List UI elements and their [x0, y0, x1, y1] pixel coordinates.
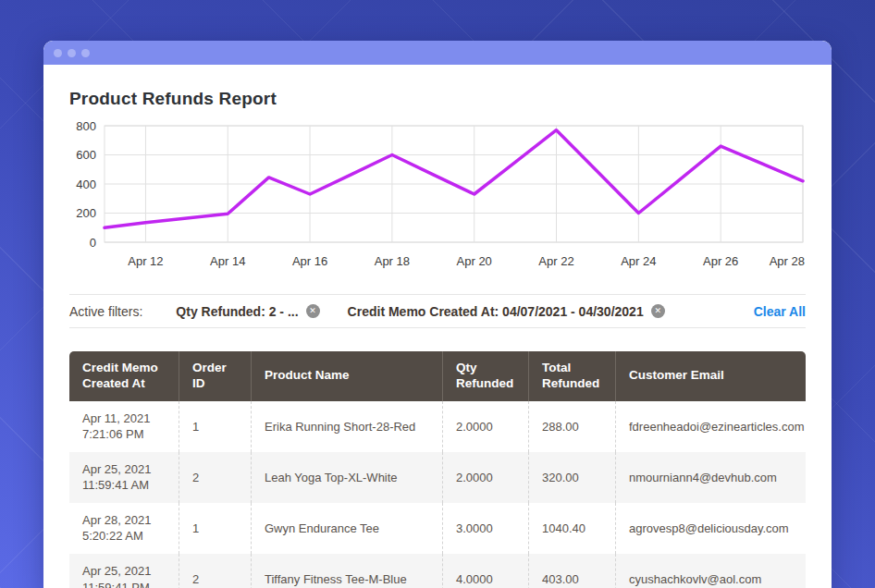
- svg-text:Apr 16: Apr 16: [292, 254, 327, 268]
- filter-chip-label: Qty Refunded: 2 - ...: [176, 304, 298, 319]
- cell-qty-refunded: 2.0000: [442, 401, 528, 452]
- cell-order-id: 1: [179, 503, 251, 554]
- svg-text:600: 600: [76, 148, 96, 162]
- cell-product-name: Leah Yoga Top-XL-White: [251, 452, 442, 503]
- cell-total-refunded: 320.00: [528, 452, 615, 503]
- page-title: Product Refunds Report: [69, 89, 806, 109]
- filter-chip-qty-refunded: Qty Refunded: 2 - ... ✕: [176, 304, 319, 319]
- svg-text:Apr 12: Apr 12: [128, 254, 163, 268]
- column-header-order-id[interactable]: Order ID: [179, 351, 251, 401]
- report-content: Product Refunds Report 0200400600800Apr …: [43, 89, 832, 588]
- svg-text:800: 800: [76, 119, 96, 133]
- cell-order-id: 2: [179, 452, 251, 503]
- cell-order-id: 1: [179, 401, 251, 452]
- active-filters-bar: Active filters: Qty Refunded: 2 - ... ✕ …: [69, 294, 806, 328]
- window-control-dot[interactable]: [81, 49, 90, 57]
- cell-customer-email: fdreenheadoi@ezinearticles.com: [615, 401, 806, 452]
- cell-created-at: Apr 11, 20217:21:06 PM: [69, 401, 179, 452]
- table-row: Apr 11, 20217:21:06 PM 1 Erika Running S…: [69, 401, 806, 452]
- cell-total-refunded: 403.00: [528, 554, 615, 588]
- cell-product-name: Tiffany Fitness Tee-M-Blue: [251, 554, 442, 588]
- remove-filter-icon[interactable]: ✕: [651, 304, 665, 318]
- column-header-credit-memo-created-at[interactable]: Credit Memo Created At: [69, 351, 179, 401]
- table-row: Apr 25, 202111:59:41 AM 2 Leah Yoga Top-…: [69, 452, 806, 503]
- filter-chip-credit-memo-date: Credit Memo Created At: 04/07/2021 - 04/…: [348, 304, 665, 319]
- cell-created-at: Apr 28, 20215:20:22 AM: [69, 503, 179, 554]
- svg-text:Apr 14: Apr 14: [210, 254, 245, 268]
- active-filters-label: Active filters:: [69, 304, 142, 319]
- clear-all-filters-button[interactable]: Clear All: [754, 304, 806, 319]
- svg-text:Apr 18: Apr 18: [375, 254, 410, 268]
- filter-chip-label: Credit Memo Created At: 04/07/2021 - 04/…: [348, 304, 644, 319]
- cell-qty-refunded: 3.0000: [442, 503, 528, 554]
- cell-customer-email: agrovesp8@deliciousday.com: [615, 503, 806, 554]
- cell-customer-email: nmourniann4@devhub.com: [615, 452, 806, 503]
- cell-product-name: Gwyn Endurance Tee: [251, 503, 442, 554]
- svg-text:Apr 26: Apr 26: [703, 254, 738, 268]
- cell-created-at: Apr 25, 202111:59:41 PM: [69, 554, 179, 588]
- refunds-table: Credit Memo Created At Order ID Product …: [69, 351, 806, 588]
- cell-qty-refunded: 4.0000: [442, 554, 528, 588]
- window-titlebar: [43, 41, 832, 65]
- table-row: Apr 28, 20215:20:22 AM 1 Gwyn Endurance …: [69, 503, 806, 554]
- column-header-qty-refunded[interactable]: Qty Refunded: [442, 351, 528, 401]
- svg-text:400: 400: [76, 178, 96, 191]
- svg-text:0: 0: [90, 236, 96, 250]
- report-window: Product Refunds Report 0200400600800Apr …: [43, 41, 832, 588]
- cell-created-at: Apr 25, 202111:59:41 AM: [69, 452, 179, 503]
- column-header-product-name[interactable]: Product Name: [251, 351, 442, 401]
- refunds-line-chart: 0200400600800Apr 12Apr 14Apr 16Apr 18Apr…: [69, 116, 806, 276]
- window-control-dot[interactable]: [54, 49, 62, 57]
- cell-order-id: 2: [179, 554, 251, 588]
- cell-qty-refunded: 2.0000: [442, 452, 528, 503]
- svg-text:Apr 20: Apr 20: [457, 254, 492, 268]
- cell-customer-email: cyushachkovlv@aol.com: [615, 554, 806, 588]
- table-row: Apr 25, 202111:59:41 PM 2 Tiffany Fitnes…: [69, 554, 806, 588]
- remove-filter-icon[interactable]: ✕: [306, 304, 320, 318]
- svg-text:Apr 24: Apr 24: [621, 254, 656, 268]
- cell-total-refunded: 1040.40: [528, 503, 615, 554]
- column-header-customer-email[interactable]: Customer Email: [615, 351, 806, 401]
- svg-text:Apr 28: Apr 28: [770, 254, 805, 268]
- svg-text:Apr 22: Apr 22: [538, 254, 573, 268]
- cell-product-name: Erika Running Short-28-Red: [251, 401, 442, 452]
- column-header-total-refunded[interactable]: Total Refunded: [528, 351, 615, 401]
- svg-text:200: 200: [76, 206, 96, 220]
- cell-total-refunded: 288.00: [528, 401, 615, 452]
- refunds-chart-container: 0200400600800Apr 12Apr 14Apr 16Apr 18Apr…: [69, 116, 806, 279]
- desktop-background: { "page": { "title": "Product Refunds Re…: [0, 0, 875, 588]
- table-header-row: Credit Memo Created At Order ID Product …: [69, 351, 806, 401]
- window-control-dot[interactable]: [68, 49, 76, 57]
